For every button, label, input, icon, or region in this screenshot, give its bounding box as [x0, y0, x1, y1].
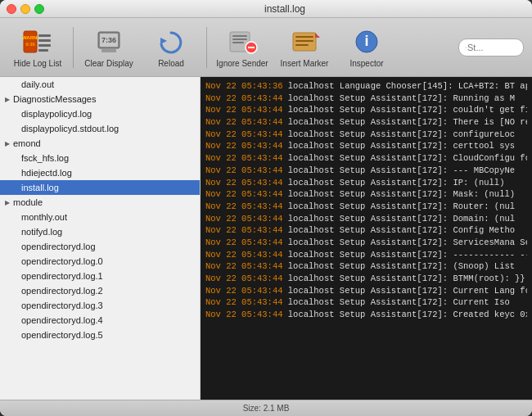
sidebar-item-install-log[interactable]: install.log — [0, 180, 200, 195]
sidebar-item-label: opendirectoryd.log.0 — [21, 256, 103, 266]
ignore-sender-button[interactable]: Ignore Sender — [213, 22, 272, 73]
sidebar-item-opendirectoryd-3[interactable]: opendirectoryd.log.3 — [0, 298, 200, 313]
log-line: Nov 22 05:43:44 localhost Setup Assistan… — [205, 177, 527, 189]
insert-marker-button[interactable]: Insert Marker — [275, 22, 334, 73]
svg-text:9:36: 9:36 — [25, 42, 35, 47]
arrow-icon: ▶ — [3, 95, 11, 103]
reload-icon — [154, 27, 188, 57]
log-line: Nov 22 05:43:44 localhost Setup Assistan… — [205, 188, 527, 201]
sidebar-item-label: monthly.out — [21, 212, 67, 222]
arrow-icon: ▶ — [3, 139, 11, 147]
sidebar-item-opendirectoryd-1[interactable]: opendirectoryd.log.1 — [0, 269, 200, 283]
sidebar-item-opendirectoryd-4[interactable]: opendirectoryd.log.4 — [0, 313, 200, 328]
svg-rect-6 — [38, 49, 48, 52]
close-button[interactable] — [7, 4, 16, 14]
window-title: install.log — [44, 3, 525, 15]
reload-label: Reload — [158, 59, 184, 68]
svg-rect-19 — [295, 36, 313, 38]
log-content-area[interactable]: Nov 22 05:43:36 localhost Language Choos… — [201, 77, 532, 400]
toolbar-separator-2 — [206, 27, 207, 68]
log-line: Nov 22 05:43:44 localhost Setup Assistan… — [205, 213, 527, 225]
inspector-button[interactable]: i Inspector — [337, 22, 396, 73]
sidebar-item-label: opendirectoryd.log.4 — [21, 315, 103, 325]
log-line: Nov 22 05:43:44 localhost Setup Assistan… — [205, 224, 527, 237]
sidebar-item-opendirectoryd[interactable]: opendirectoryd.log — [0, 239, 200, 254]
log-line: Nov 22 05:43:44 localhost Setup Assistan… — [205, 152, 527, 165]
sidebar-item-label: opendirectoryd.log.3 — [21, 301, 103, 310]
clear-display-icon: 7:36 — [92, 27, 126, 57]
log-line: Nov 22 05:43:44 localhost Setup Assistan… — [205, 93, 527, 105]
sidebar-item-diagnostic[interactable]: ▶ DiagnosticMessages — [0, 92, 200, 106]
minimize-button[interactable] — [20, 4, 30, 14]
inspector-icon: i — [349, 27, 384, 57]
svg-rect-3 — [38, 34, 51, 37]
main-area: daily.out ▶ DiagnosticMessages displaypo… — [0, 77, 532, 400]
status-text: Size: 2.1 MB — [243, 404, 290, 413]
sidebar-item-label: daily.out — [21, 79, 54, 89]
svg-rect-10 — [101, 49, 116, 52]
sidebar-item-label: emond — [13, 138, 41, 148]
ignore-sender-icon — [225, 27, 259, 57]
svg-marker-11 — [160, 38, 167, 44]
log-line: Nov 22 05:43:44 localhost Setup Assistan… — [205, 296, 527, 309]
sidebar[interactable]: daily.out ▶ DiagnosticMessages displaypo… — [0, 77, 201, 400]
log-line: Nov 22 05:43:44 localhost Setup Assistan… — [205, 165, 527, 177]
sidebar-item-monthly-out[interactable]: monthly.out — [0, 210, 200, 224]
log-line: Nov 22 05:43:44 localhost Setup Assistan… — [205, 273, 527, 285]
reload-button[interactable]: Reload — [142, 22, 201, 73]
sidebar-item-fsck[interactable]: fsck_hfs.log — [0, 151, 200, 165]
sidebar-item-opendirectoryd-2[interactable]: opendirectoryd.log.2 — [0, 283, 200, 298]
log-line: Nov 22 05:43:44 localhost Setup Assistan… — [205, 140, 527, 152]
insert-marker-label: Insert Marker — [281, 59, 329, 68]
sidebar-item-hdiejectd[interactable]: hdiejectd.log — [0, 165, 200, 180]
log-line: Nov 22 05:43:44 localhost Setup Assistan… — [205, 201, 527, 213]
sidebar-item-label: opendirectoryd.log.1 — [21, 271, 103, 281]
log-line: Nov 22 05:43:44 localhost Setup Assistan… — [205, 237, 527, 249]
sidebar-item-opendirectoryd-0[interactable]: opendirectoryd.log.0 — [0, 254, 200, 269]
traffic-lights — [7, 4, 44, 14]
svg-rect-4 — [38, 39, 51, 42]
sidebar-item-daily-out[interactable]: daily.out — [0, 77, 200, 92]
sidebar-item-label: notifyd.log — [21, 227, 62, 237]
log-line: Nov 22 05:43:44 localhost Setup Assistan… — [205, 129, 527, 141]
sidebar-item-label: DiagnosticMessages — [13, 94, 97, 104]
sidebar-item-notifyd[interactable]: notifyd.log — [0, 224, 200, 239]
search-input[interactable] — [467, 43, 516, 52]
search-box[interactable] — [458, 38, 524, 57]
log-line: Nov 22 05:43:44 localhost Setup Assistan… — [205, 285, 527, 297]
sidebar-item-displaypolicyd-stdout[interactable]: displaypolicyd.stdout.log — [0, 121, 200, 136]
sidebar-item-emond[interactable]: ▶ emond — [0, 136, 200, 151]
hide-log-list-label: Hide Log List — [14, 59, 61, 68]
log-line: Nov 22 05:43:44 localhost Setup Assistan… — [205, 116, 527, 129]
statusbar: Size: 2.1 MB — [0, 400, 532, 416]
sidebar-item-opendirectoryd-5[interactable]: opendirectoryd.log.5 — [0, 328, 200, 342]
svg-text:WARNI: WARNI — [22, 35, 38, 40]
sidebar-item-displaypolicyd[interactable]: displaypolicyd.log — [0, 106, 200, 121]
svg-rect-20 — [295, 40, 313, 42]
maximize-button[interactable] — [34, 4, 44, 14]
main-window: install.log WARNI 9:36 Hide Log List — [0, 0, 532, 416]
svg-marker-22 — [315, 33, 320, 38]
svg-rect-5 — [38, 44, 51, 47]
log-line: Nov 22 05:43:36 localhost Language Choos… — [205, 80, 527, 93]
sidebar-item-label: fsck_hfs.log — [21, 153, 69, 163]
insert-marker-icon — [287, 27, 322, 57]
svg-rect-21 — [295, 44, 309, 46]
svg-rect-15 — [232, 42, 244, 43]
hide-log-list-icon: WARNI 9:36 — [20, 27, 55, 57]
sidebar-item-label: module — [13, 197, 43, 207]
titlebar: install.log — [0, 0, 532, 18]
svg-text:7:36: 7:36 — [101, 36, 116, 44]
sidebar-item-label: opendirectoryd.log.2 — [21, 286, 103, 296]
log-line: Nov 22 05:43:44 localhost Setup Assistan… — [205, 104, 527, 116]
clear-display-button[interactable]: 7:36 Clear Display — [79, 22, 138, 73]
sidebar-item-label: displaypolicyd.log — [21, 109, 92, 119]
sidebar-item-label: hdiejectd.log — [21, 168, 72, 178]
sidebar-item-module[interactable]: ▶ module — [0, 195, 200, 210]
clear-display-label: Clear Display — [84, 59, 133, 68]
arrow-icon: ▶ — [3, 198, 11, 206]
sidebar-item-label: opendirectoryd.log.5 — [21, 330, 103, 340]
hide-log-list-button[interactable]: WARNI 9:36 Hide Log List — [8, 22, 67, 73]
sidebar-item-label: install.log — [21, 183, 59, 192]
log-line: Nov 22 05:43:44 localhost Setup Assistan… — [205, 309, 527, 321]
